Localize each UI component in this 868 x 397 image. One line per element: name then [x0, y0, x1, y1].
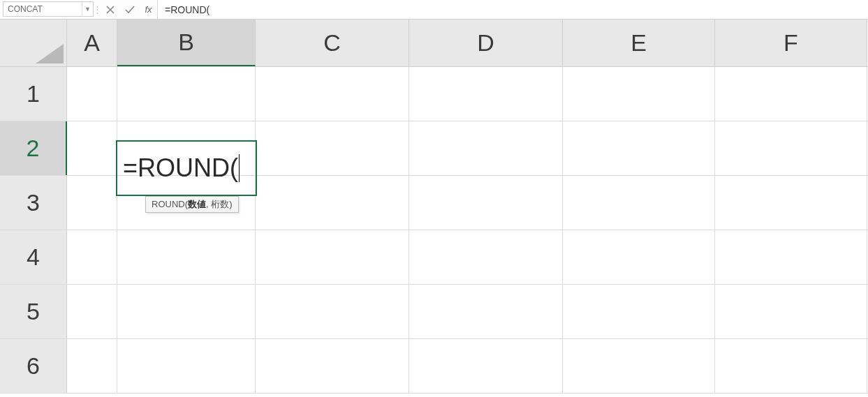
row-4: 4 — [0, 230, 868, 285]
cell-E6[interactable] — [563, 339, 715, 393]
cell-F2[interactable] — [715, 121, 867, 175]
column-header-A[interactable]: A — [67, 20, 117, 66]
cell-C1[interactable] — [256, 67, 409, 121]
cell-D6[interactable] — [409, 339, 563, 393]
row-1: 1 — [0, 67, 868, 121]
cell-E3[interactable] — [563, 176, 715, 230]
cell-D1[interactable] — [409, 67, 563, 121]
formula-bar: CONCAT ▼ ⋮ fx =ROUND( — [0, 0, 868, 20]
row-6: 6 — [0, 339, 868, 394]
cell-A1[interactable] — [67, 67, 117, 121]
spreadsheet-grid: A B C D E F 1 2 3 — [0, 20, 868, 394]
formula-text: =ROUND( — [165, 4, 209, 15]
column-header-C[interactable]: C — [256, 20, 409, 66]
cell-E4[interactable] — [563, 230, 715, 284]
name-box[interactable]: CONCAT ▼ — [3, 1, 94, 17]
row-header-2[interactable]: 2 — [0, 121, 67, 175]
cell-F4[interactable] — [715, 230, 867, 284]
divider: ⋮ — [94, 0, 101, 19]
cell-E2[interactable] — [563, 121, 715, 175]
row-header-3[interactable]: 3 — [0, 176, 67, 230]
cell-D4[interactable] — [409, 230, 563, 284]
chevron-down-icon[interactable]: ▼ — [82, 2, 93, 16]
row-3: 3 — [0, 176, 868, 230]
tooltip-function-name: ROUND — [152, 199, 185, 209]
cell-D2[interactable] — [409, 121, 563, 175]
column-header-F[interactable]: F — [715, 20, 867, 66]
function-tooltip[interactable]: ROUND(数値, 桁数) — [145, 196, 239, 213]
cell-C6[interactable] — [256, 339, 409, 393]
name-box-value: CONCAT — [3, 4, 82, 14]
cell-E1[interactable] — [563, 67, 715, 121]
enter-button[interactable] — [120, 0, 140, 19]
grid-rows: 1 2 3 4 — [0, 67, 868, 394]
check-icon — [125, 6, 135, 14]
cell-A2[interactable] — [67, 121, 117, 175]
cell-A6[interactable] — [67, 339, 117, 393]
cell-F6[interactable] — [715, 339, 867, 393]
cell-E5[interactable] — [563, 285, 715, 338]
row-header-5[interactable]: 5 — [0, 285, 67, 338]
cell-F1[interactable] — [715, 67, 867, 121]
row-2: 2 — [0, 121, 868, 176]
cell-F3[interactable] — [715, 176, 867, 230]
insert-function-button[interactable]: fx — [140, 0, 158, 19]
cell-B1[interactable] — [117, 67, 256, 121]
tooltip-close-paren: ) — [229, 199, 232, 209]
tooltip-args-rest: , 桁数 — [206, 199, 229, 209]
column-header-B[interactable]: B — [117, 20, 256, 66]
column-header-row: A B C D E F — [0, 20, 868, 67]
close-icon — [106, 6, 115, 14]
row-header-1[interactable]: 1 — [0, 67, 67, 121]
column-header-D[interactable]: D — [409, 20, 563, 66]
cell-A4[interactable] — [67, 230, 117, 284]
cell-B2[interactable] — [117, 121, 256, 175]
cell-A5[interactable] — [67, 285, 117, 338]
cell-D5[interactable] — [409, 285, 563, 338]
row-5: 5 — [0, 285, 868, 339]
cancel-button[interactable] — [101, 0, 120, 19]
row-header-6[interactable]: 6 — [0, 339, 67, 393]
cell-D3[interactable] — [409, 176, 563, 230]
cell-C2[interactable] — [256, 121, 409, 175]
cell-C5[interactable] — [256, 285, 409, 338]
formula-input[interactable]: =ROUND( — [158, 0, 868, 19]
tooltip-arg-highlighted[interactable]: 数値 — [188, 199, 206, 209]
cell-A3[interactable] — [67, 176, 117, 230]
column-header-E[interactable]: E — [563, 20, 715, 66]
cell-B6[interactable] — [117, 339, 256, 393]
cell-F5[interactable] — [715, 285, 867, 338]
row-header-4[interactable]: 4 — [0, 230, 67, 284]
fx-icon: fx — [145, 4, 152, 15]
cell-B4[interactable] — [117, 230, 256, 284]
cell-C3[interactable] — [256, 176, 409, 230]
cell-B5[interactable] — [117, 285, 256, 338]
cell-C4[interactable] — [256, 230, 409, 284]
select-all-corner[interactable] — [0, 20, 67, 66]
